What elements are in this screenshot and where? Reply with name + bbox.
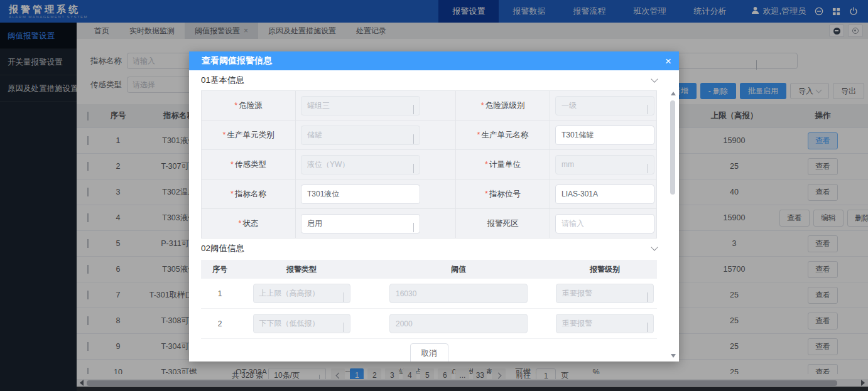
threshold-cell: 重要报警 bbox=[553, 284, 657, 303]
threshold-cell: 重要报警 bbox=[553, 314, 657, 333]
input-指标位号[interactable]: LIAS-301A bbox=[555, 185, 654, 204]
alarm-level-select[interactable]: 重要报警 bbox=[556, 284, 654, 303]
required-asterisk: * bbox=[234, 101, 237, 110]
form-row: *危险源罐组三*危险源级别一级 bbox=[202, 91, 656, 121]
required-asterisk: * bbox=[481, 101, 484, 110]
form-label-text: 危险源级别 bbox=[486, 100, 525, 111]
threshold-cell: 上上限（高高报） bbox=[239, 284, 364, 303]
form-field-状态: 启用 bbox=[296, 209, 456, 238]
threshold-index: 2 bbox=[201, 319, 239, 328]
threshold-cell: 下下限（低低报） bbox=[239, 314, 364, 333]
form-field-指标位号: LIAS-301A bbox=[550, 179, 656, 208]
form-field-生产单元类别: 储罐 bbox=[296, 121, 456, 149]
chevron-down-icon bbox=[648, 164, 648, 173]
form-label-指标名称: *指标名称 bbox=[202, 179, 296, 208]
form-field-危险源: 罐组三 bbox=[296, 91, 456, 120]
section-threshold-info: 02阈值信息 bbox=[201, 238, 657, 259]
select-状态[interactable]: 启用 bbox=[301, 214, 420, 233]
select-传感类型[interactable]: 液位（YW） bbox=[301, 155, 420, 174]
form-field-指标名称: T301液位 bbox=[296, 179, 456, 208]
form-label-text: 传感类型 bbox=[235, 159, 266, 170]
select-危险源[interactable]: 罐组三 bbox=[301, 96, 420, 115]
threshold-cell: 2000 bbox=[364, 314, 553, 333]
input-生产单元名称[interactable]: T301储罐 bbox=[555, 126, 654, 145]
form-label-危险源级别: *危险源级别 bbox=[456, 91, 550, 120]
input-报警死区[interactable]: 请输入 bbox=[555, 214, 654, 233]
select-危险源级别[interactable]: 一级 bbox=[555, 96, 654, 115]
chevron-down-icon bbox=[413, 164, 414, 173]
threshold-column-header: 报警类型 bbox=[239, 264, 364, 275]
chevron-down-icon bbox=[413, 105, 414, 114]
threshold-header-row: 序号报警类型阈值报警级别 bbox=[201, 260, 657, 279]
threshold-table: 序号报警类型阈值报警级别1上上限（高高报）16030重要报警2下下限（低低报）2… bbox=[201, 260, 657, 339]
alarm-level-select[interactable]: 重要报警 bbox=[556, 314, 654, 333]
alarm-type-select[interactable]: 上上限（高高报） bbox=[253, 284, 350, 303]
threshold-value-input[interactable]: 2000 bbox=[389, 314, 528, 333]
basic-info-form: *危险源罐组三*危险源级别一级*生产单元类别储罐*生产单元名称T301储罐*传感… bbox=[201, 90, 657, 238]
view-threshold-dialog: 查看阈值报警信息 × 01基本信息 *危险源罐组三*危险源级别一级*生产单元类别… bbox=[189, 51, 679, 362]
form-label-text: 状态 bbox=[242, 218, 258, 229]
chevron-down-icon[interactable] bbox=[651, 75, 658, 82]
chevron-down-icon bbox=[647, 323, 648, 331]
form-label-text: 指标位号 bbox=[489, 189, 521, 200]
required-asterisk: * bbox=[231, 160, 234, 169]
form-label-状态: *状态 bbox=[202, 209, 296, 238]
alarm-type-select[interactable]: 下下限（低低报） bbox=[253, 314, 350, 333]
form-label-text: 指标名称 bbox=[235, 189, 266, 200]
form-label-报警死区: 报警死区 bbox=[456, 209, 550, 238]
required-asterisk: * bbox=[231, 190, 234, 198]
form-field-报警死区: 请输入 bbox=[550, 209, 656, 238]
dialog-header: 查看阈值报警信息 × bbox=[189, 51, 679, 70]
threshold-column-header: 序号 bbox=[201, 264, 239, 275]
chevron-down-icon bbox=[648, 105, 648, 114]
form-row: *指标名称T301液位*指标位号LIAS-301A bbox=[202, 179, 656, 209]
section-basic-title: 01基本信息 bbox=[201, 75, 244, 86]
form-field-计量单位: mm bbox=[550, 150, 656, 179]
form-label-text: 报警死区 bbox=[487, 218, 519, 229]
form-label-指标位号: *指标位号 bbox=[456, 179, 550, 208]
form-label-计量单位: *计量单位 bbox=[456, 150, 550, 179]
form-label-生产单元名称: *生产单元名称 bbox=[456, 121, 550, 149]
form-label-text: 危险源 bbox=[239, 100, 263, 111]
chevron-down-icon bbox=[413, 223, 414, 232]
cancel-button[interactable]: 取消 bbox=[410, 343, 448, 362]
form-label-text: 生产单元名称 bbox=[481, 130, 528, 141]
threshold-cell: 16030 bbox=[364, 284, 553, 303]
required-asterisk: * bbox=[239, 219, 242, 228]
section-threshold-title: 02阈值信息 bbox=[201, 243, 244, 254]
select-生产单元类别[interactable]: 储罐 bbox=[301, 126, 420, 145]
threshold-column-header: 报警级别 bbox=[553, 264, 657, 275]
select-计量单位[interactable]: mm bbox=[555, 155, 654, 174]
required-asterisk: * bbox=[223, 131, 226, 139]
chevron-down-icon bbox=[344, 323, 344, 331]
form-label-危险源: *危险源 bbox=[202, 91, 296, 120]
threshold-value-input[interactable]: 16030 bbox=[389, 284, 528, 303]
form-field-生产单元名称: T301储罐 bbox=[550, 121, 656, 149]
threshold-column-header: 阈值 bbox=[364, 264, 553, 275]
close-icon[interactable]: × bbox=[665, 56, 671, 67]
form-label-生产单元类别: *生产单元类别 bbox=[202, 121, 296, 149]
input-指标名称[interactable]: T301液位 bbox=[301, 185, 420, 204]
chevron-down-icon[interactable] bbox=[651, 244, 658, 250]
app-root: 报警管理系统 ALARM MANAGEMENT SYSTEM 报警设置报警数据报… bbox=[0, 0, 868, 391]
form-label-text: 计量单位 bbox=[489, 159, 521, 170]
dialog-title: 查看阈值报警信息 bbox=[202, 55, 272, 67]
form-label-传感类型: *传感类型 bbox=[202, 150, 296, 179]
required-asterisk: * bbox=[485, 190, 488, 198]
form-row: *生产单元类别储罐*生产单元名称T301储罐 bbox=[202, 121, 656, 150]
threshold-row: 2下下限（低低报）2000重要报警 bbox=[201, 309, 657, 339]
section-basic-info: 01基本信息 bbox=[201, 70, 657, 90]
scroll-up-icon[interactable] bbox=[671, 92, 676, 95]
modal-scrollbar-thumb[interactable] bbox=[670, 100, 675, 195]
form-label-text: 生产单元类别 bbox=[227, 130, 274, 141]
required-asterisk: * bbox=[477, 131, 480, 139]
form-row: *状态启用报警死区请输入 bbox=[202, 209, 656, 238]
form-field-传感类型: 液位（YW） bbox=[296, 150, 456, 179]
chevron-down-icon bbox=[413, 134, 414, 143]
form-row: *传感类型液位（YW）*计量单位mm bbox=[202, 150, 656, 179]
chevron-down-icon bbox=[344, 292, 344, 301]
dialog-body: 01基本信息 *危险源罐组三*危险源级别一级*生产单元类别储罐*生产单元名称T3… bbox=[189, 70, 679, 362]
scroll-down-icon[interactable] bbox=[671, 354, 676, 358]
modal-scrollbar[interactable] bbox=[669, 92, 677, 358]
form-field-危险源级别: 一级 bbox=[550, 91, 656, 120]
